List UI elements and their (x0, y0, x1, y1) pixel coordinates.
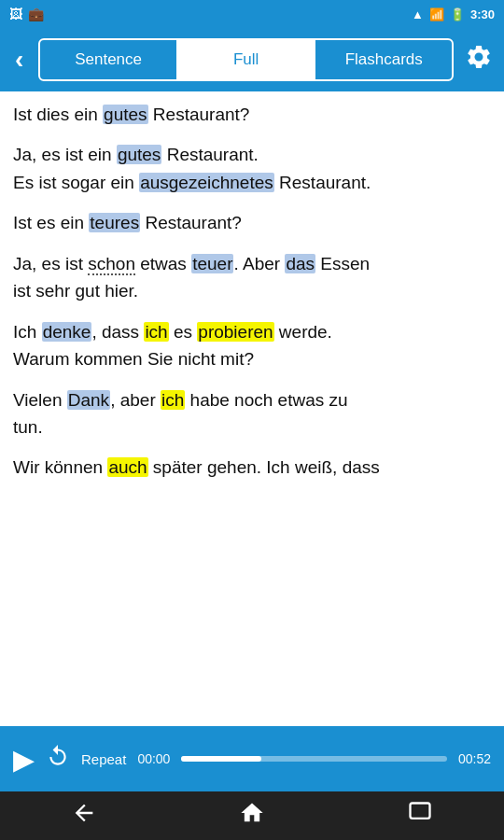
highlight-ausgezeichnetes: ausgezeichnetes (139, 173, 274, 192)
bottom-nav (0, 791, 504, 840)
signal-icon: 📶 (429, 7, 444, 21)
status-bar: 🖼 💼 ▲ 📶 🔋 3:30 (0, 0, 504, 28)
sentence-6-7: Ich denke, dass ich es probieren werde.W… (13, 318, 491, 373)
progress-fill (181, 756, 260, 762)
back-nav-icon (71, 800, 97, 826)
status-right-icons: ▲ 📶 🔋 3:30 (412, 7, 495, 21)
highlight-gutes-2: gutes (117, 145, 161, 164)
home-nav-button[interactable] (220, 794, 284, 837)
replay-icon (46, 744, 70, 768)
sentence-9: Wir können auch später gehen. Ich weiß, … (13, 454, 491, 481)
battery-icon: 🔋 (450, 7, 465, 21)
sentence-2-3: Ja, es ist ein gutes Restaurant.Es ist s… (13, 141, 491, 196)
highlight-ich-2: ich (161, 390, 185, 410)
gear-icon (465, 43, 493, 71)
recents-nav-button[interactable] (388, 794, 452, 837)
nav-bar: ‹ Sentence Full Flashcards (0, 28, 504, 91)
replay-button[interactable] (46, 744, 70, 774)
sentence-4: Ist es ein teures Restaurant? (13, 209, 491, 236)
image-icon: 🖼 (9, 7, 22, 21)
highlight-das: das (285, 254, 315, 273)
highlight-teuer: teuer (191, 254, 233, 273)
back-button[interactable]: ‹ (7, 41, 31, 78)
home-nav-icon (239, 800, 265, 826)
repeat-label: Repeat (81, 751, 126, 767)
highlight-auch: auch (107, 457, 147, 477)
sentence-1: Ist dies ein gutes Restaurant? (13, 101, 491, 128)
svg-rect-0 (411, 804, 430, 819)
highlight-teures: teures (89, 213, 140, 232)
tab-flashcards[interactable]: Flashcards (315, 40, 452, 79)
settings-button[interactable] (461, 39, 497, 81)
tab-sentence[interactable]: Sentence (40, 40, 178, 79)
underline-schon: schon (88, 254, 135, 275)
wifi-icon: ▲ (412, 7, 424, 21)
back-nav-button[interactable] (52, 794, 116, 837)
highlight-ich-1: ich (144, 322, 168, 342)
progress-bar[interactable] (181, 756, 447, 762)
audio-player: ▶ Repeat 00:00 00:52 (0, 726, 504, 791)
sentence-5: Ja, es ist schon etwas teuer. Aber das E… (13, 250, 491, 305)
time-start: 00:00 (137, 751, 170, 766)
highlight-probieren: probieren (197, 322, 273, 342)
status-left-icons: 🖼 💼 (9, 7, 44, 21)
briefcase-icon: 💼 (28, 7, 44, 21)
highlight-gutes-1: gutes (103, 105, 147, 124)
recents-nav-icon (407, 800, 433, 826)
time-display: 3:30 (470, 7, 495, 21)
content-area: Ist dies ein gutes Restaurant? Ja, es is… (0, 91, 504, 726)
tab-full[interactable]: Full (178, 40, 316, 79)
highlight-dank: Dank (67, 390, 110, 410)
nav-tabs: Sentence Full Flashcards (38, 38, 454, 81)
play-button[interactable]: ▶ (13, 743, 35, 776)
sentence-8: Vielen Dank, aber ich habe noch etwas zu… (13, 386, 491, 441)
time-end: 00:52 (458, 751, 491, 766)
highlight-denke: denke (42, 322, 92, 342)
